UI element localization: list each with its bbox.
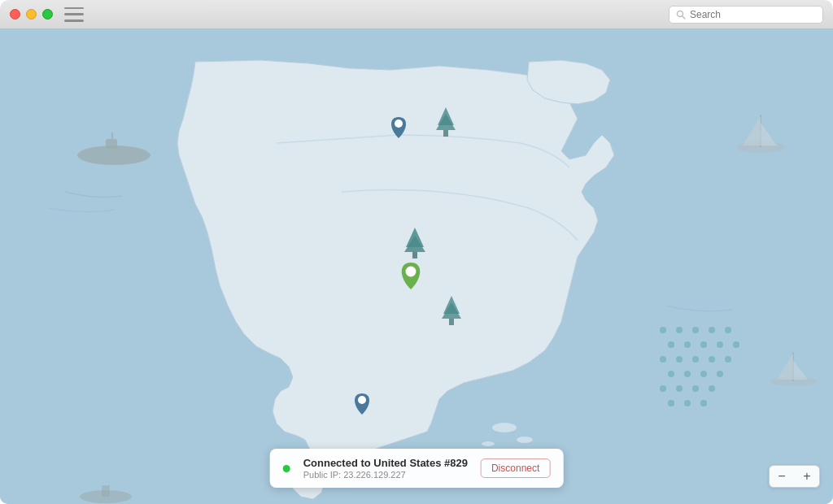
search-bar[interactable] — [669, 6, 823, 24]
svg-point-45 — [700, 371, 707, 377]
svg-rect-21 — [443, 130, 448, 137]
svg-point-56 — [358, 396, 366, 404]
svg-point-40 — [692, 356, 699, 363]
svg-point-55 — [406, 267, 416, 277]
connection-status-dot — [283, 465, 290, 472]
svg-line-1 — [683, 15, 686, 19]
minimize-button[interactable] — [26, 9, 37, 20]
search-input[interactable] — [690, 9, 816, 20]
svg-point-35 — [700, 341, 707, 348]
zoom-in-button[interactable]: + — [795, 466, 819, 487]
svg-point-38 — [660, 356, 666, 363]
status-bar: Connected to United States #829 Public I… — [270, 449, 564, 488]
svg-point-43 — [668, 371, 674, 377]
svg-point-29 — [676, 327, 683, 333]
svg-point-33 — [668, 341, 674, 348]
svg-point-37 — [733, 341, 739, 348]
svg-point-44 — [684, 371, 691, 377]
status-text: Connected to United States #829 Public I… — [303, 457, 468, 480]
zoom-out-button[interactable]: − — [770, 466, 794, 487]
search-icon — [676, 10, 686, 20]
titlebar — [0, 0, 833, 29]
close-button[interactable] — [10, 9, 20, 20]
map: Connected to United States #829 Public I… — [0, 29, 833, 504]
connection-title: Connected to United States #829 — [303, 457, 468, 469]
zoom-controls: − + — [769, 465, 820, 488]
svg-point-5 — [482, 441, 495, 446]
svg-point-54 — [395, 119, 403, 128]
svg-point-42 — [725, 356, 731, 363]
svg-point-48 — [676, 385, 683, 392]
traffic-lights — [10, 9, 53, 20]
svg-rect-24 — [412, 252, 417, 259]
svg-point-52 — [684, 400, 691, 406]
svg-point-36 — [717, 341, 723, 348]
svg-point-34 — [684, 341, 691, 348]
svg-rect-18 — [102, 485, 110, 497]
svg-point-28 — [660, 327, 666, 333]
svg-point-32 — [725, 327, 731, 333]
svg-point-4 — [517, 437, 533, 443]
svg-point-50 — [709, 385, 715, 392]
svg-point-51 — [668, 400, 674, 406]
svg-rect-7 — [106, 139, 117, 149]
map-svg — [0, 29, 833, 504]
svg-point-46 — [717, 371, 723, 377]
svg-point-53 — [700, 400, 707, 406]
fullscreen-button[interactable] — [42, 9, 53, 20]
svg-point-3 — [492, 423, 517, 432]
svg-point-47 — [660, 385, 666, 392]
svg-point-31 — [709, 327, 715, 333]
public-ip-text: Public IP: 23.226.129.227 — [303, 470, 468, 480]
sidebar-toggle-button[interactable] — [64, 7, 84, 22]
svg-point-30 — [692, 327, 699, 333]
disconnect-button[interactable]: Disconnect — [481, 458, 550, 478]
svg-rect-27 — [449, 319, 454, 325]
svg-point-39 — [676, 356, 683, 363]
svg-point-41 — [709, 356, 715, 363]
svg-point-49 — [692, 385, 699, 392]
